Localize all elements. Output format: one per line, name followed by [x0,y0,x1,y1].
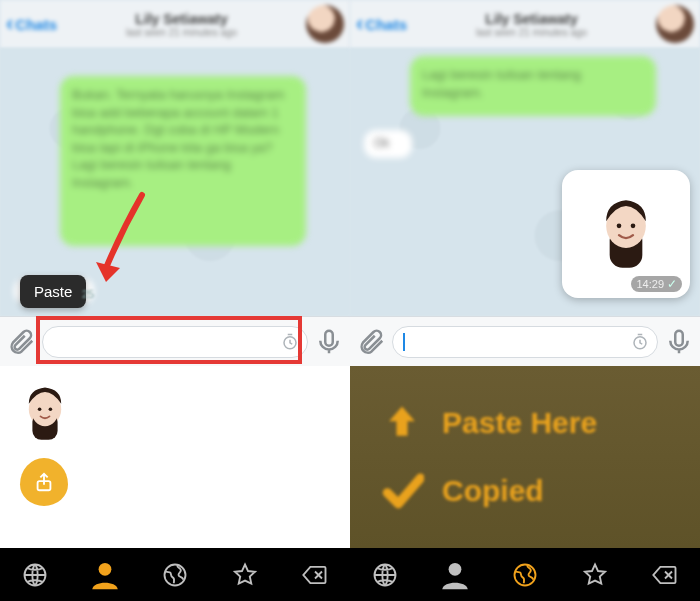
svg-point-4 [32,396,59,427]
hint-copied-label: Copied [442,474,544,508]
svg-point-6 [49,407,53,411]
context-menu-paste[interactable]: Paste [20,275,86,308]
message-bubble-outgoing[interactable]: Bukan. Ternyata harusnya Instagram bisa … [60,76,306,246]
kb-person-button[interactable] [420,548,490,601]
message-timestamp: 14:29 ✓ [631,276,682,292]
svg-point-16 [165,564,186,585]
face-sticker-icon [18,384,72,447]
chat-header: ‹ Chats Lily Setiawaty last seen 21 minu… [0,0,350,48]
back-label: Chats [15,16,57,33]
world-icon [511,561,539,589]
svg-point-10 [617,224,622,229]
keyboard-toolbar [0,548,700,601]
voice-record-button[interactable] [314,327,344,357]
kb-world-button[interactable] [490,548,560,601]
svg-point-5 [38,407,42,411]
kb-backspace-button[interactable] [630,548,700,601]
timer-icon[interactable] [631,333,649,351]
contact-avatar[interactable] [306,5,344,43]
message-input[interactable] [392,326,658,358]
message-text: Bukan. Ternyata harusnya Instagram bisa … [72,87,284,190]
share-button[interactable] [20,458,68,506]
message-bubble-outgoing[interactable]: Lagi beresin tulisan tentang Instagram. [410,56,656,116]
time-fragment: 25 [82,288,94,300]
text-cursor [403,333,405,351]
message-bubble-incoming[interactable]: Ok [364,130,412,158]
svg-point-15 [99,562,112,575]
pane-left: ‹ Chats Lily Setiawaty last seen 21 minu… [0,0,350,601]
message-text: Lagi beresin tulisan tentang Instagram. [422,67,581,100]
chat-header: ‹ Chats Lily Setiawaty last seen 21 minu… [350,0,700,48]
back-button[interactable]: ‹ Chats [6,11,57,37]
star-icon [231,561,259,589]
paste-label: Paste [34,283,72,300]
back-label: Chats [365,16,407,33]
sent-sticker-bubble[interactable]: 14:29 ✓ [562,170,690,298]
sticker-thumbnail[interactable] [18,384,72,438]
attach-button[interactable] [356,327,386,357]
message-input-row [350,316,700,366]
globe-grid-icon [21,561,49,589]
contact-status: last seen 21 minutes ago [407,27,656,38]
hint-copied: Copied [380,469,700,513]
svg-point-18 [449,562,462,575]
world-icon [161,561,189,589]
kb-star-button[interactable] [210,548,280,601]
person-icon [88,558,122,592]
kb-globe-button[interactable] [350,548,420,601]
timer-icon[interactable] [281,333,299,351]
svg-point-19 [515,564,536,585]
message-input[interactable] [42,326,308,358]
star-icon [581,561,609,589]
sticker-picker-area [0,366,350,548]
attach-button[interactable] [6,327,36,357]
pane-right: ‹ Chats Lily Setiawaty last seen 21 minu… [350,0,700,601]
chat-title-block[interactable]: Lily Setiawaty last seen 21 minutes ago [57,11,306,38]
mic-icon [314,327,344,357]
kb-world-button[interactable] [140,548,210,601]
reply-text: Ok [374,136,389,150]
chat-title-block[interactable]: Lily Setiawaty last seen 21 minutes ago [407,11,656,38]
message-input-row [0,316,350,366]
kb-backspace-button[interactable] [280,548,350,601]
mic-icon [664,327,694,357]
backspace-icon [651,561,679,589]
contact-status: last seen 21 minutes ago [57,27,306,38]
hint-paste-here: Paste Here [380,401,700,445]
contact-avatar[interactable] [656,5,694,43]
chevron-left-icon: ‹ [6,11,13,37]
paperclip-icon [356,327,386,357]
contact-name: Lily Setiawaty [57,11,306,27]
share-icon [33,471,55,493]
keyboard-hint-overlay: Paste Here Copied [350,366,700,548]
kb-person-button[interactable] [70,548,140,601]
hint-paste-label: Paste Here [442,406,597,440]
svg-rect-1 [325,330,333,345]
person-icon [438,558,472,592]
globe-grid-icon [371,561,399,589]
svg-point-11 [631,224,636,229]
chevron-left-icon: ‹ [356,11,363,37]
kb-globe-button[interactable] [0,548,70,601]
voice-record-button[interactable] [664,327,694,357]
backspace-icon [301,561,329,589]
face-sticker-icon [591,190,661,278]
kb-star-button[interactable] [560,548,630,601]
back-button[interactable]: ‹ Chats [356,11,407,37]
contact-name: Lily Setiawaty [407,11,656,27]
paperclip-icon [6,327,36,357]
svg-rect-13 [675,330,683,345]
arrow-up-icon [380,401,424,445]
check-icon [380,469,424,513]
double-check-icon: ✓ [667,277,677,291]
